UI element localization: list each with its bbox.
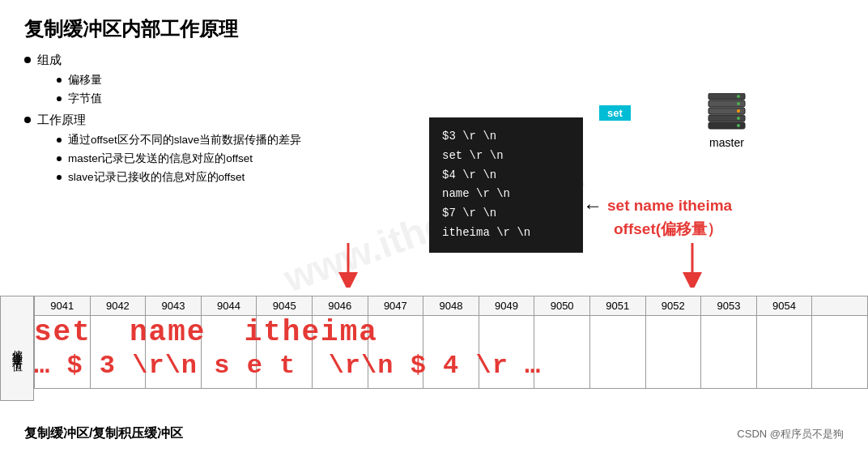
table-header-row: 9041 9042 9043 9044 9045 9046 9047 9048 … — [35, 296, 868, 316]
section-composition: 组成 偏移量 字节值 — [24, 53, 429, 106]
th-9042: 9042 — [90, 296, 146, 316]
work-text-2: master记录已发送的信息对应的offset — [68, 151, 253, 166]
set-name-annotation: set name itheima — [607, 197, 732, 215]
down-arrow-right — [680, 243, 704, 291]
down-arrow-right-svg — [680, 243, 704, 288]
big-red-text-row1: set name itheima — [34, 316, 378, 349]
down-arrow-left-svg — [336, 243, 360, 288]
offset-label: 偏移量 — [68, 73, 102, 87]
code-line-2: set \r \n — [442, 147, 570, 166]
main-container: www.ithema.com 复制缓冲区内部工作原理 组成 偏移量 字节值 — [0, 0, 868, 452]
th-9053: 9053 — [701, 296, 757, 316]
th-9050: 9050 — [534, 296, 590, 316]
code-block: $3 \r \n set \r \n $4 \r \n name \r \n $… — [429, 117, 583, 253]
bullet-working: 工作原理 — [24, 113, 429, 128]
th-9054: 9054 — [756, 296, 812, 316]
work-item-3: slave记录已接收的信息对应的offset — [40, 170, 429, 185]
code-line-6: itheima \r \n — [442, 224, 570, 243]
svg-point-6 — [737, 102, 740, 105]
th-9041: 9041 — [35, 296, 91, 316]
svg-point-8 — [737, 117, 740, 120]
offset-annotation-text: offset(偏移量） — [614, 220, 722, 237]
td-13 — [701, 316, 757, 389]
left-arrow-symbol: ← — [583, 194, 602, 217]
bullet-dot-working — [24, 117, 31, 123]
offset-label-text: 偏移量字节值 — [10, 341, 24, 356]
bullet-dot — [24, 57, 31, 63]
section-working: 工作原理 通过offset区分不同的slave当前数据传播的差异 master记… — [24, 113, 429, 185]
sub-items-composition: 偏移量 字节值 — [40, 73, 429, 106]
work-text-1: 通过offset区分不同的slave当前数据传播的差异 — [68, 133, 301, 147]
td-12 — [645, 316, 701, 389]
th-9051: 9051 — [589, 296, 645, 316]
code-line-1: $3 \r \n — [442, 127, 570, 147]
down-arrow-left — [336, 243, 360, 291]
annotation-row: ← set name itheima — [583, 194, 732, 217]
th-9052: 9052 — [645, 296, 701, 316]
svg-point-9 — [737, 124, 740, 127]
bullet-composition: 组成 — [24, 53, 429, 68]
th-9043: 9043 — [146, 296, 202, 316]
server-icon — [704, 93, 749, 130]
working-label: 工作原理 — [37, 113, 86, 128]
left-content: 组成 偏移量 字节值 工作原理 通 — [24, 53, 429, 191]
th-9049: 9049 — [479, 296, 534, 316]
td-10 — [534, 316, 590, 389]
th-9047: 9047 — [368, 296, 423, 316]
offset-label-column: 偏移量字节值 — [0, 296, 34, 401]
footer: 复制缓冲区/复制积压缓冲区 CSDN @程序员不是狗 — [0, 425, 868, 442]
work-item-2: master记录已发送的信息对应的offset — [40, 151, 429, 166]
bullet-dot-small2 — [57, 96, 62, 101]
footer-title: 复制缓冲区/复制积压缓冲区 — [24, 425, 183, 442]
code-line-4: name \r \n — [442, 185, 570, 204]
svg-point-7 — [737, 109, 740, 113]
th-9045: 9045 — [257, 296, 313, 316]
bullet-dot-small — [57, 78, 62, 83]
work-dot-2 — [57, 156, 62, 161]
td-11 — [589, 316, 645, 389]
page-title: 复制缓冲区内部工作原理 — [24, 16, 844, 42]
code-line-5: $7 \r \n — [442, 204, 570, 224]
th-9044: 9044 — [201, 296, 257, 316]
master-label: master — [704, 136, 749, 149]
td-15 — [812, 316, 868, 389]
work-text-3: slave记录已接收的信息对应的offset — [68, 170, 245, 185]
set-badge: set — [599, 105, 631, 121]
th-9048: 9048 — [423, 296, 479, 316]
offset-annotation: offset(偏移量） — [614, 219, 722, 240]
work-items: 通过offset区分不同的slave当前数据传播的差异 master记录已发送的… — [40, 133, 429, 185]
sub-item-offset: 偏移量 — [40, 73, 429, 87]
footer-credit: CSDN @程序员不是狗 — [737, 427, 844, 441]
svg-point-5 — [737, 95, 740, 98]
code-line-3: $4 \r \n — [442, 166, 570, 185]
sub-item-byte: 字节值 — [40, 92, 429, 106]
composition-label: 组成 — [37, 53, 62, 68]
big-red-text-row2: … $ 3 \r\n s e t \r\n $ 4 \r … — [34, 351, 541, 381]
th-extra — [812, 296, 868, 316]
td-14 — [756, 316, 812, 389]
byte-label: 字节值 — [68, 92, 102, 106]
master-server: master — [704, 93, 749, 149]
work-item-1: 通过offset区分不同的slave当前数据传播的差异 — [40, 133, 429, 147]
work-dot-1 — [57, 138, 62, 143]
work-dot-3 — [57, 175, 62, 180]
th-9046: 9046 — [312, 296, 368, 316]
